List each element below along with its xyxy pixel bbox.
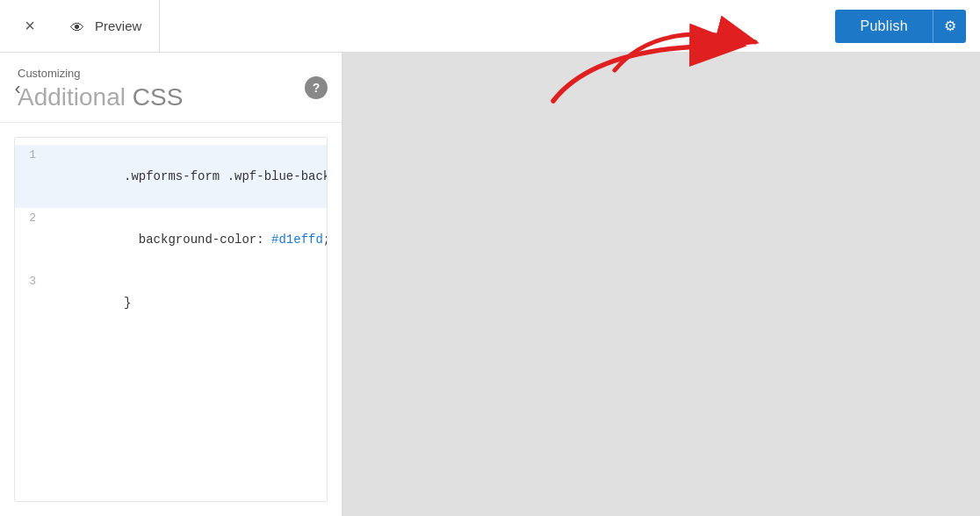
preview-area: [342, 53, 980, 516]
preview-label: Preview: [95, 18, 141, 33]
token-closing-brace: }: [124, 296, 131, 310]
publish-group: Publish: [835, 10, 966, 43]
back-icon: ‹: [15, 78, 21, 98]
preview-tab[interactable]: Preview: [53, 0, 160, 52]
code-editor-inner: 1 .wpforms-form .wpf-blue-background { 2…: [15, 138, 327, 501]
top-bar: × Preview Publish: [0, 0, 980, 53]
section-title: Additional CSS: [18, 83, 324, 111]
line-number-2: 2: [15, 208, 47, 229]
line-content-1: .wpforms-form .wpf-blue-background {: [47, 145, 328, 208]
code-line-3: 3 }: [15, 271, 327, 334]
gear-icon: [944, 18, 956, 34]
section-header: Customizing Additional CSS ?: [0, 53, 342, 123]
token-property: background-color:: [124, 233, 271, 247]
token-selector: .wpforms-form .wpf-blue-background: [124, 169, 328, 183]
back-button[interactable]: ‹: [0, 53, 35, 123]
line-number-1: 1: [15, 145, 47, 166]
token-value: #d1effd: [271, 233, 323, 247]
code-line-2: 2 background-color: #d1effd;: [15, 208, 327, 271]
customizing-label: Customizing: [18, 67, 324, 80]
line-number-3: 3: [15, 271, 47, 292]
sidebar-panel: Customizing Additional CSS ? 1 .wpforms-…: [0, 53, 342, 516]
line-content-2: background-color: #d1effd;: [47, 208, 328, 271]
line-content-3: }: [47, 271, 327, 334]
eye-icon: [70, 20, 88, 32]
token-semicolon: ;: [323, 233, 328, 247]
code-editor[interactable]: 1 .wpforms-form .wpf-blue-background { 2…: [14, 137, 328, 502]
help-button[interactable]: ?: [305, 76, 328, 99]
close-button[interactable]: ×: [14, 11, 46, 42]
section-title-part2: CSS: [133, 83, 184, 111]
gear-button[interactable]: [933, 10, 966, 43]
close-icon: ×: [25, 16, 35, 36]
publish-button[interactable]: Publish: [835, 10, 933, 43]
code-line-1: 1 .wpforms-form .wpf-blue-background {: [15, 145, 327, 208]
